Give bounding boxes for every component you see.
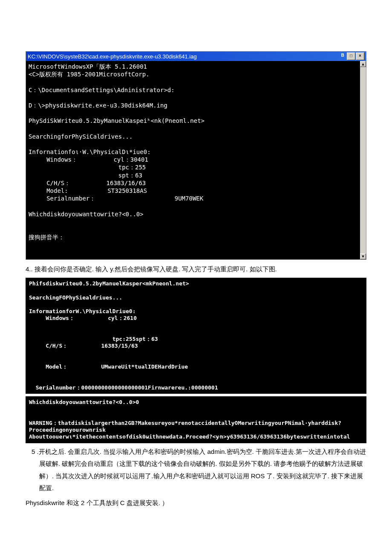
console-output-2b: Whichdiskdoyouwanttowrite?<0..0>0 WARNIN…: [26, 396, 366, 443]
page-container: KC:\VINDOVS\systeB32\cad.exe-physdiskvri…: [0, 0, 392, 537]
scrollbar-track[interactable]: ▲ ▼: [360, 61, 366, 259]
console-output: MicrosoftWindowsXP「版本 5.1.26001 <C>版权所有 …: [26, 61, 366, 259]
maximize-button[interactable]: □: [347, 52, 355, 60]
titlebar-buttons: B □ ×: [338, 52, 364, 60]
step-5-text: 5 .开机之后. 会重启几次. 当提示输入用户名和密码的时候输入 admin.密…: [26, 446, 366, 494]
scroll-up-icon[interactable]: ▲: [360, 61, 366, 67]
scroll-down-icon[interactable]: ▼: [360, 253, 366, 259]
close-button[interactable]: ×: [356, 52, 364, 60]
footer-note: Physdiskwrite 和这 2 个工具放到 C 盘进展安装. ）: [26, 497, 366, 509]
titlebar: KC:\VINDOVS\systeB32\cad.exe-physdiskvri…: [26, 52, 366, 61]
cmd-window: KC:\VINDOVS\systeB32\cad.exe-physdiskvri…: [26, 51, 366, 260]
titlebar-title: KC:\VINDOVS\systeB32\cad.exe-physdiskvri…: [28, 53, 338, 60]
step-4-text: 4.. 接着会问你是否确定. 输入 y.然后会把镜像写入硬盘. 写入完了手动重启…: [26, 263, 366, 276]
console-output-2a: Phifsdiskwriteu0.5.2byManuelKasper<mkPne…: [26, 278, 366, 394]
logo-b-icon: B: [339, 52, 346, 59]
